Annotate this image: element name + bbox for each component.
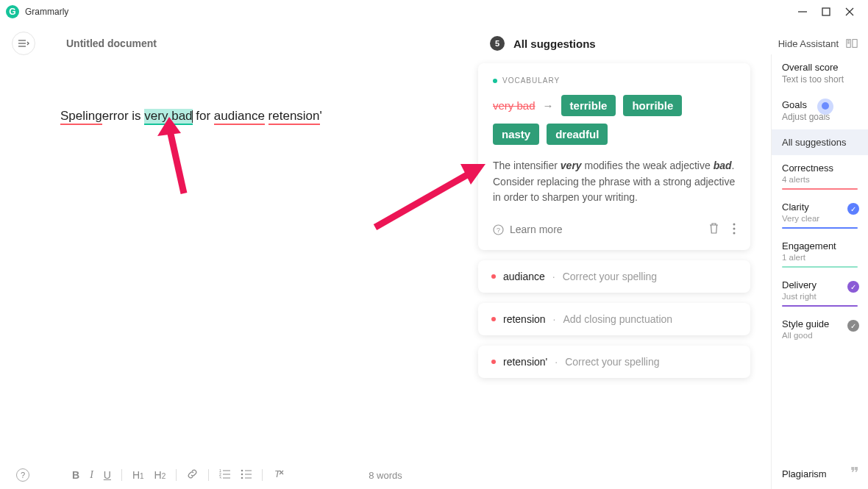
suggestion-explanation: The intensifier very modifies the weak a… [493, 158, 736, 206]
suggestion-actions [708, 222, 736, 237]
help-button[interactable]: ? [16, 468, 29, 482]
main-area: Spelingerror is very bad for audiance re… [0, 63, 868, 461]
category-bar [782, 305, 858, 307]
ordered-list-button[interactable]: 123 [219, 469, 230, 481]
category-style-guide[interactable]: Style guide All good ✓ [772, 311, 868, 350]
category-engagement[interactable]: Engagement 1 alert [772, 233, 868, 272]
suggestion-card-collapsed[interactable]: audiance · Correct your spelling [478, 260, 750, 293]
svg-rect-11 [853, 40, 857, 48]
top-toolbar: Untitled document 5 All suggestions Hide… [0, 24, 868, 63]
window-close-icon[interactable] [844, 7, 855, 17]
question-mark-icon: ? [21, 471, 25, 479]
underline-button[interactable]: U [104, 469, 111, 481]
svg-rect-1 [822, 8, 830, 15]
heading2-button[interactable]: H2 [154, 469, 166, 481]
category-clarity[interactable]: Clarity Very clear ✓ [772, 194, 868, 233]
separator [208, 469, 209, 481]
bullet-list-icon [241, 469, 252, 479]
app-name: Grammarly [25, 7, 68, 17]
window-minimize-icon[interactable] [797, 7, 808, 17]
replacement-chip[interactable]: nasty [493, 124, 539, 145]
svg-text:?: ? [497, 226, 500, 234]
check-badge-icon: ✓ [847, 281, 859, 293]
svg-point-27 [241, 477, 243, 479]
suggestion-word: retension [503, 313, 546, 325]
bottom-toolbar: ? B I U H1 H2 123 T 8 words [0, 461, 771, 489]
explain-em: very [561, 160, 582, 171]
original-phrase: very bad [493, 99, 536, 112]
error-word-retension[interactable]: retension [268, 109, 320, 125]
category-bar [782, 227, 858, 229]
assistant-controls: Hide Assistant [778, 38, 858, 49]
title-bar: G Grammarly [0, 0, 868, 24]
plagiarism-label: Plagiarism [782, 468, 827, 479]
quote-icon: ❞ [850, 464, 859, 483]
category-title: Clarity [782, 201, 858, 213]
category-correctness[interactable]: Correctness 4 alerts [772, 155, 868, 194]
heading1-button[interactable]: H1 [132, 469, 144, 481]
category-title: Style guide [782, 318, 858, 329]
error-word-speling[interactable]: Speling [60, 109, 102, 125]
title-bar-left: G Grammarly [6, 5, 68, 18]
word-count[interactable]: 8 words [369, 470, 402, 481]
hide-assistant-button[interactable]: Hide Assistant [778, 38, 839, 49]
separator-dot-icon: · [555, 356, 558, 368]
suggestion-word: retension' [503, 356, 547, 368]
svg-point-25 [241, 474, 243, 476]
plagiarism-button[interactable]: Plagiarism ❞ [782, 464, 859, 483]
ordered-list-icon: 123 [219, 469, 230, 479]
explain-frag: The intensifier [493, 160, 561, 171]
suggestion-card-expanded[interactable]: VOCABULARY very bad → terrible horrible … [478, 63, 750, 250]
replacement-chip[interactable]: horrible [623, 95, 682, 116]
separator-dot-icon: · [552, 271, 555, 282]
right-sidebar: Overall score Text is too short Goals Ad… [771, 54, 868, 489]
bullet-list-button[interactable] [241, 469, 252, 481]
error-phrase-very-bad[interactable]: very bad [144, 109, 192, 125]
correctness-dot-icon [491, 274, 496, 279]
separator [262, 469, 263, 481]
learn-more-label: Learn more [510, 224, 563, 235]
link-button[interactable] [187, 468, 198, 482]
correctness-dot-icon [491, 360, 496, 364]
italic-button[interactable]: I [90, 469, 93, 481]
help-circle-icon: ? [493, 224, 504, 235]
replacement-chip[interactable]: dreadful [547, 124, 608, 145]
overall-score-block[interactable]: Overall score Text is too short [772, 54, 868, 92]
category-bar [782, 188, 858, 190]
suggestion-card-collapsed[interactable]: retension · Add closing punctuation [478, 303, 750, 335]
suggestion-hint: Correct your spelling [563, 271, 657, 282]
suggestions-title: All suggestions [513, 38, 596, 50]
category-title: Correctness [782, 163, 858, 174]
category-delivery[interactable]: Delivery Just right ✓ [772, 272, 868, 311]
separator-dot-icon: · [553, 313, 556, 325]
editor-area[interactable]: Spelingerror is very bad for audiance re… [0, 63, 478, 461]
editor-text[interactable]: Spelingerror is very bad for audiance re… [60, 106, 478, 127]
replacement-chip[interactable]: terrible [561, 95, 616, 116]
window-maximize-icon[interactable] [821, 7, 831, 17]
kebab-menu-icon [733, 223, 736, 235]
error-word-audiance[interactable]: audiance [214, 109, 265, 125]
category-sub: 4 alerts [782, 175, 858, 184]
goals-block[interactable]: Goals Adjust goals [772, 92, 868, 129]
bold-button[interactable]: B [72, 469, 79, 481]
document-title[interactable]: Untitled document [66, 38, 157, 49]
replacement-row: very bad → terrible horrible nasty dread… [493, 95, 736, 145]
more-options-button[interactable] [733, 223, 736, 237]
category-sub: All good [782, 331, 858, 340]
correctness-dot-icon [491, 317, 496, 321]
delete-suggestion-button[interactable] [708, 222, 719, 237]
all-suggestions-tab[interactable]: All suggestions [772, 129, 868, 155]
check-badge-icon: ✓ [847, 320, 859, 332]
suggestion-card-collapsed[interactable]: retension' · Correct your spelling [478, 346, 750, 378]
clear-format-button[interactable]: T [273, 468, 284, 482]
panel-toggle-icon[interactable] [846, 38, 858, 49]
window-controls [797, 7, 862, 17]
menu-button[interactable] [12, 32, 35, 55]
category-title: Delivery [782, 279, 858, 290]
category-sub: Just right [782, 292, 858, 301]
editor-text-frag: ' [320, 109, 322, 123]
suggestion-hint: Correct your spelling [565, 356, 659, 368]
separator [121, 469, 122, 481]
learn-more-link[interactable]: ? Learn more [493, 224, 563, 235]
suggestions-header: 5 All suggestions [490, 36, 596, 51]
